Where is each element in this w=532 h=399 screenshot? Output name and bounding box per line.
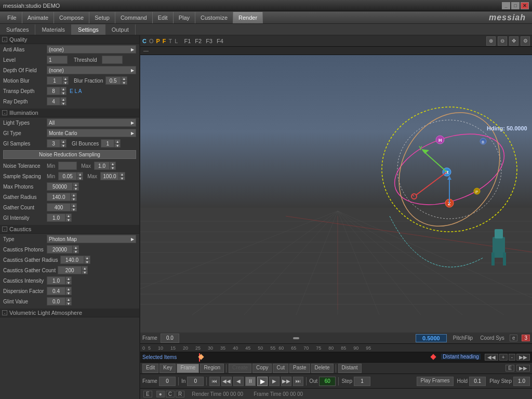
gv-up[interactable]: ▲ xyxy=(65,297,72,301)
gr-down[interactable]: ▼ xyxy=(71,197,77,201)
nm-down[interactable]: ▼ xyxy=(110,166,116,170)
play-frames-btn[interactable]: Play Frames xyxy=(417,377,453,386)
tab-output[interactable]: Output xyxy=(105,24,136,35)
scrub-value[interactable]: 0.5000 xyxy=(416,334,447,342)
f4-btn[interactable]: F4 xyxy=(217,38,223,44)
menu-play[interactable]: Play xyxy=(174,12,195,23)
ray-up[interactable]: ▲ xyxy=(60,97,66,101)
gi-bounces-up[interactable]: ▲ xyxy=(114,139,121,143)
gv-down[interactable]: ▼ xyxy=(65,301,72,305)
ssmin-up[interactable]: ▲ xyxy=(77,172,83,176)
mode-c[interactable]: C xyxy=(142,38,147,44)
menu-file[interactable]: File xyxy=(2,12,22,23)
noise-reduction-btn[interactable]: Noise Reduction Sampling xyxy=(3,150,136,159)
expand-btn[interactable]: ▶▶ xyxy=(516,365,530,371)
vp-zoom-in-btn[interactable]: ⊕ xyxy=(486,36,496,46)
ss-min-input[interactable] xyxy=(58,172,77,180)
gi-samples-down[interactable]: ▼ xyxy=(60,143,66,148)
caustics-gc-input[interactable] xyxy=(58,266,82,274)
transp-input[interactable] xyxy=(47,87,60,95)
mode-p[interactable]: P xyxy=(156,38,160,44)
cgr-up[interactable]: ▲ xyxy=(84,256,90,260)
cp-down[interactable]: ▼ xyxy=(73,249,79,254)
record-icon[interactable]: ● xyxy=(156,391,165,397)
close-button[interactable]: ✕ xyxy=(521,2,529,9)
mode-f[interactable]: F xyxy=(163,38,166,44)
edit-btn[interactable]: Edit xyxy=(142,364,158,373)
step-back-btn[interactable]: ◀ xyxy=(233,377,244,386)
play-btn[interactable]: ▶ xyxy=(257,377,268,386)
scrub-slider[interactable] xyxy=(185,337,409,339)
prev-btn[interactable]: ◀◀ xyxy=(221,377,232,386)
gi-int-up[interactable]: ▲ xyxy=(65,214,72,218)
menu-customize[interactable]: Customize xyxy=(195,12,233,23)
quality-section-header[interactable]: - Quality xyxy=(0,35,139,44)
tl-zoom-in[interactable]: + xyxy=(499,354,508,361)
next-btn[interactable]: ▶▶ xyxy=(281,377,291,386)
play-step-input[interactable] xyxy=(513,377,530,386)
noise-max-input[interactable] xyxy=(94,162,110,170)
ssmax-down[interactable]: ▼ xyxy=(119,176,125,180)
df-down[interactable]: ▼ xyxy=(65,291,72,295)
gi-bounces-input[interactable] xyxy=(101,139,114,148)
ray-depth-input[interactable] xyxy=(47,97,60,105)
mode-t[interactable]: T xyxy=(169,38,172,44)
mp-up[interactable]: ▲ xyxy=(73,182,79,187)
keyframe-end-marker[interactable] xyxy=(431,354,436,360)
cgc-down[interactable]: ▼ xyxy=(82,270,88,274)
light-types-dropdown[interactable]: All ▶ xyxy=(47,118,136,127)
maximize-button[interactable]: □ xyxy=(511,2,520,9)
step-input[interactable] xyxy=(354,377,370,386)
ci-down[interactable]: ▼ xyxy=(65,281,72,285)
tl-scroll-right[interactable]: ▶▶ xyxy=(516,354,530,361)
distant-btn[interactable]: Distant xyxy=(338,364,362,373)
tab-materials[interactable]: Materials xyxy=(35,24,72,35)
mode-l[interactable]: L xyxy=(175,38,178,44)
blur-frac-down[interactable]: ▼ xyxy=(121,81,127,85)
vp-settings-btn[interactable]: ⚙ xyxy=(521,36,530,46)
df-up[interactable]: ▲ xyxy=(65,287,72,291)
copy-btn[interactable]: Copy xyxy=(252,364,272,373)
gc-up[interactable]: ▲ xyxy=(71,203,77,207)
anti-alias-dropdown[interactable]: (none) ▶ xyxy=(47,45,136,54)
menu-setup[interactable]: Setup xyxy=(89,12,115,23)
paste-btn[interactable]: Paste xyxy=(289,364,310,373)
caustics-gr-input[interactable] xyxy=(60,256,84,264)
menu-edit[interactable]: Edit xyxy=(153,12,174,23)
menu-compose[interactable]: Compose xyxy=(54,12,89,23)
gi-samples-input[interactable] xyxy=(47,139,60,148)
blur-fraction-input[interactable] xyxy=(105,76,121,85)
quality-toggle[interactable]: - xyxy=(2,37,7,42)
gi-samples-up[interactable]: ▲ xyxy=(60,139,66,143)
cut-btn[interactable]: Cut xyxy=(273,364,288,373)
volumetric-section-header[interactable]: - Volumetric Light Atmosphere xyxy=(0,309,139,317)
cp-up[interactable]: ▲ xyxy=(73,245,79,249)
gc-down[interactable]: ▼ xyxy=(71,207,77,211)
f2-btn[interactable]: F2 xyxy=(195,38,202,44)
pause-btn[interactable]: ⏸ xyxy=(245,377,256,386)
dof-dropdown[interactable]: (none) ▶ xyxy=(47,66,136,74)
skip-end-btn[interactable]: ⏭ xyxy=(293,377,303,386)
create-btn[interactable]: Create xyxy=(229,364,251,373)
delete-btn[interactable]: Delete xyxy=(311,364,334,373)
e-btn[interactable]: e xyxy=(510,335,518,341)
tab-surfaces[interactable]: Surfaces xyxy=(0,24,35,35)
transp-down[interactable]: ▼ xyxy=(60,91,66,95)
minimize-button[interactable]: _ xyxy=(502,2,510,9)
e-status-btn[interactable]: E xyxy=(143,391,152,397)
caustics-section-header[interactable]: - Caustics xyxy=(0,225,139,234)
vp-pan-btn[interactable]: ✥ xyxy=(509,36,518,46)
glint-input[interactable] xyxy=(47,297,65,305)
gi-type-dropdown[interactable]: Monte Carlo ▶ xyxy=(47,129,136,137)
ssmin-down[interactable]: ▼ xyxy=(77,176,83,180)
menu-render[interactable]: Render xyxy=(233,12,263,23)
cgr-down[interactable]: ▼ xyxy=(84,260,90,264)
hold-input[interactable] xyxy=(469,377,486,386)
caustics-intensity-input[interactable] xyxy=(47,276,65,285)
noise-min-input[interactable] xyxy=(58,162,77,170)
region-btn[interactable]: Region xyxy=(200,364,224,373)
frame-val-input[interactable] xyxy=(161,334,179,343)
illumination-section-header[interactable]: - Illumination xyxy=(0,109,139,117)
threshold-input[interactable] xyxy=(102,56,123,64)
gi-intensity-input[interactable] xyxy=(47,214,65,222)
